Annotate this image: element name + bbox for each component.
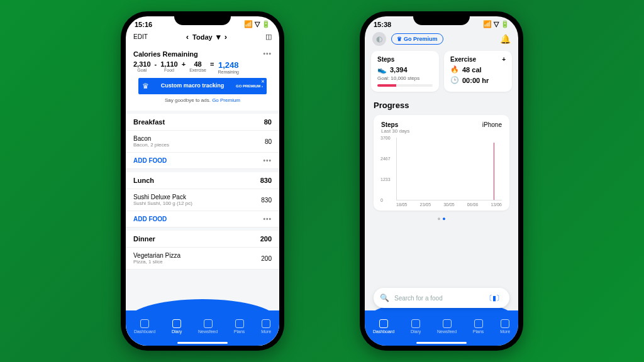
date-nav: ‹ Today ▾ ›	[186, 32, 227, 41]
tab-plans[interactable]: Plans	[234, 319, 245, 334]
tab-icon	[443, 319, 452, 328]
prev-day-button[interactable]: ‹	[186, 32, 189, 41]
battery-icon: 🔋	[262, 20, 270, 28]
chart-xtick: 23/05	[420, 202, 431, 207]
home-indicator[interactable]	[177, 342, 228, 344]
barcode-scan-icon[interactable]: 〔▮〕	[486, 293, 503, 303]
calories-title: Calories Remaining	[133, 50, 198, 58]
avatar[interactable]: ◐	[372, 32, 386, 46]
edit-button[interactable]: EDIT	[133, 33, 148, 40]
chart-ytick: 2467	[380, 156, 391, 160]
tab-more[interactable]: More	[500, 319, 510, 334]
meal-header[interactable]: Breakfast80	[126, 114, 279, 131]
phone-diary: 15:16 📶 ▽ 🔋 EDIT ‹ Today ▾ › ◫ Calories …	[121, 11, 284, 351]
tab-newsfeed[interactable]: Newsfeed	[198, 319, 218, 334]
tab-more[interactable]: More	[261, 319, 271, 334]
tab-icon	[474, 319, 483, 328]
chart-ytick: 1233	[380, 177, 391, 181]
promo-headline: Custom macro tracking	[153, 83, 232, 89]
home-indicator[interactable]	[416, 342, 467, 344]
meal-item[interactable]: BaconBacon, 2 pieces80	[126, 131, 279, 153]
tab-diary[interactable]: Diary	[411, 319, 421, 334]
cal-remaining: 1,248 Remaining	[218, 60, 238, 74]
tab-plans[interactable]: Plans	[473, 319, 484, 334]
steps-chart-card[interactable]: Steps Last 30 days iPhone 3700246712330 …	[374, 115, 509, 211]
add-exercise-button[interactable]: +	[502, 56, 506, 63]
pager-dots[interactable]: ● ●	[365, 216, 518, 222]
promo-banner[interactable]: ♛ Custom macro tracking GO PREMIUM › ✕	[138, 78, 267, 94]
promo-close-button[interactable]: ✕	[261, 79, 265, 84]
chart-subtitle: Last 30 days	[381, 128, 409, 134]
status-time: 15:38	[374, 21, 391, 28]
food-subtitle: Pizza, 1 slice	[133, 259, 180, 265]
notch	[174, 11, 231, 25]
fire-icon: 🔥	[450, 65, 459, 74]
meal-item[interactable]: Sushi Deluxe PackSushi Sushi, 100 g (12 …	[126, 189, 279, 211]
pager-dot-active[interactable]: ●	[442, 216, 445, 222]
tab-dashboard[interactable]: Dashboard	[134, 319, 155, 334]
tab-icon	[379, 319, 388, 328]
tab-label: More	[500, 329, 510, 334]
meal-item[interactable]: Vegetarian PizzaPizza, 1 slice200	[126, 248, 279, 270]
nutrition-icon[interactable]: ◫	[265, 33, 272, 41]
food-subtitle: Bacon, 2 pieces	[133, 142, 169, 148]
tab-icon	[411, 319, 420, 328]
meal-header[interactable]: Lunch830	[126, 172, 279, 189]
add-food-button[interactable]: ADD FOOD•••	[126, 153, 279, 169]
tab-label: Newsfeed	[198, 329, 218, 334]
current-day-label[interactable]: Today	[192, 33, 213, 41]
go-premium-button[interactable]: ♛ Go Premium	[391, 33, 443, 45]
next-day-button[interactable]: ›	[225, 32, 227, 41]
food-title: Sushi Deluxe Pack	[133, 194, 192, 200]
tab-label: Dashboard	[373, 329, 394, 334]
chart-xticks: 18/0523/0530/0506/0613/06	[396, 202, 502, 207]
chart-xtick: 13/06	[491, 202, 502, 207]
cal-food: 1,110 Food	[160, 60, 178, 72]
status-indicators: 📶 ▽ 🔋	[244, 20, 270, 28]
tab-icon	[172, 319, 181, 328]
tab-label: Newsfeed	[437, 329, 457, 334]
meal-header[interactable]: Dinner200	[126, 231, 279, 248]
pager-dot[interactable]: ●	[437, 216, 440, 222]
steps-card[interactable]: Steps 👟 3,394 Goal: 10,000 steps	[371, 51, 439, 92]
steps-progress-bar	[377, 84, 433, 87]
food-title: Bacon	[133, 135, 169, 142]
clock-icon: 🕒	[450, 76, 459, 84]
tab-icon	[501, 319, 509, 328]
battery-icon: 🔋	[501, 20, 509, 28]
add-food-button[interactable]: ADD FOOD•••	[126, 211, 279, 228]
meal-total: 80	[264, 118, 272, 126]
chart-xtick: 06/06	[467, 202, 479, 207]
exercise-card[interactable]: Exercise + 🔥 48 cal 🕒 00:00 hr	[444, 51, 512, 92]
food-calories: 80	[265, 138, 272, 145]
tab-icon	[235, 319, 244, 328]
search-icon: 🔍	[380, 293, 389, 302]
meal-more-button[interactable]: •••	[263, 157, 272, 164]
tab-label: Plans	[234, 329, 245, 334]
search-bar[interactable]: 🔍 Search for a food 〔▮〕	[374, 288, 509, 308]
calories-more-button[interactable]: •••	[263, 50, 272, 58]
go-premium-link[interactable]: Go Premium	[212, 97, 240, 103]
meal-section: Lunch830Sushi Deluxe PackSushi Sushi, 10…	[126, 172, 279, 228]
tab-label: Diary	[172, 329, 182, 334]
tab-dashboard[interactable]: Dashboard	[373, 319, 394, 334]
day-dropdown-icon[interactable]: ▾	[216, 32, 221, 41]
tab-bar: DashboardDiaryNewsfeedPlansMore	[126, 310, 279, 346]
cal-exercise: 48 Exercise	[189, 60, 206, 72]
steps-card-title: Steps	[377, 56, 433, 63]
chart-device-label: iPhone	[482, 121, 502, 134]
exercise-calories: 48 cal	[462, 66, 482, 74]
tab-diary[interactable]: Diary	[172, 319, 182, 334]
notifications-icon[interactable]: 🔔	[500, 34, 511, 44]
meal-name: Breakfast	[133, 118, 165, 126]
tab-icon	[204, 319, 213, 328]
shoe-icon: 👟	[377, 65, 387, 74]
meal-more-button[interactable]: •••	[263, 216, 272, 222]
meal-name: Dinner	[133, 235, 155, 243]
food-calories: 200	[261, 255, 272, 262]
tab-newsfeed[interactable]: Newsfeed	[437, 319, 457, 334]
signal-icon: 📶	[483, 20, 492, 28]
steps-value: 3,394	[390, 66, 408, 74]
meal-total: 200	[260, 235, 272, 243]
promo-cta[interactable]: GO PREMIUM ›	[236, 84, 263, 88]
